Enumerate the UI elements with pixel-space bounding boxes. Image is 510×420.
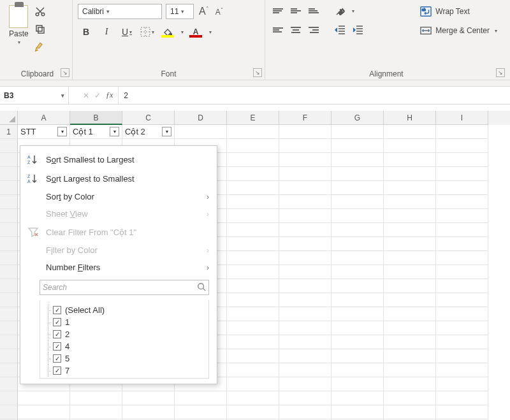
cell-empty[interactable] xyxy=(384,377,436,391)
col-header-H[interactable]: H xyxy=(384,111,436,125)
checkbox-icon[interactable]: ✓ xyxy=(53,366,61,375)
cell-empty[interactable] xyxy=(227,349,279,363)
cell-empty[interactable] xyxy=(436,181,488,195)
cell-empty[interactable] xyxy=(384,265,436,279)
cell-empty[interactable] xyxy=(384,349,436,363)
filter-item-2[interactable]: ✓ 2 xyxy=(44,328,205,340)
cell-empty[interactable] xyxy=(332,139,384,153)
cell-empty[interactable] xyxy=(279,265,332,279)
cancel-icon[interactable]: ✕ xyxy=(83,91,89,100)
cell-empty[interactable] xyxy=(332,195,384,209)
row-header-19[interactable] xyxy=(0,377,18,391)
row-header-16[interactable] xyxy=(0,335,18,349)
row-header-2[interactable] xyxy=(0,139,18,153)
font-launcher[interactable]: ↘ xyxy=(253,68,262,77)
cell-empty[interactable] xyxy=(279,251,332,265)
row-header-20[interactable] xyxy=(0,391,18,405)
row-header-5[interactable] xyxy=(0,181,18,195)
cell-empty[interactable] xyxy=(227,139,279,153)
row-header-3[interactable] xyxy=(0,153,18,167)
cell-C1[interactable]: Cột 2 ▾ xyxy=(122,125,175,139)
row-header-7[interactable] xyxy=(0,209,18,223)
chevron-down-icon[interactable]: ▾ xyxy=(181,29,184,35)
cell-empty[interactable] xyxy=(332,153,384,167)
row-header-8[interactable] xyxy=(0,223,18,237)
col-header-A[interactable]: A xyxy=(18,111,70,125)
cell-empty[interactable] xyxy=(279,279,332,293)
cell-empty[interactable] xyxy=(279,209,332,223)
cell-empty[interactable] xyxy=(436,223,488,237)
align-left-button[interactable] xyxy=(270,23,286,37)
cell-A1[interactable]: STT ▾ xyxy=(18,125,70,139)
cell-empty[interactable] xyxy=(227,279,279,293)
cell-empty[interactable] xyxy=(175,405,227,419)
cut-button[interactable] xyxy=(34,5,47,18)
copy-button[interactable] xyxy=(34,23,47,36)
cell-D1[interactable] xyxy=(175,125,227,139)
cell-empty[interactable] xyxy=(279,237,332,251)
increase-indent-button[interactable] xyxy=(351,23,366,37)
cell-empty[interactable] xyxy=(332,209,384,223)
cell-B1[interactable]: Cột 1 ▾ xyxy=(70,125,122,139)
cell-empty[interactable] xyxy=(384,251,436,265)
cell-empty[interactable] xyxy=(384,321,436,335)
font-size-combo[interactable]: 11 ▾ xyxy=(166,4,194,19)
cell-empty[interactable] xyxy=(227,321,279,335)
filter-item-5[interactable]: ✓ 5 xyxy=(44,352,205,365)
cell-G1[interactable] xyxy=(332,125,384,139)
filter-search-input[interactable]: Search xyxy=(40,280,209,295)
cell-I1[interactable] xyxy=(436,125,488,139)
cell-empty[interactable] xyxy=(332,293,384,307)
col-header-C[interactable]: C xyxy=(122,111,175,125)
decrease-indent-button[interactable] xyxy=(333,23,348,37)
cell-empty[interactable] xyxy=(436,209,488,223)
orientation-button[interactable]: ab xyxy=(333,4,348,18)
filter-item-7[interactable]: ✓ 7 xyxy=(44,365,205,377)
cell-empty[interactable] xyxy=(70,391,122,405)
name-box[interactable]: B3 ▾ xyxy=(0,87,69,104)
cell-empty[interactable] xyxy=(436,279,488,293)
select-all-corner[interactable] xyxy=(0,111,18,125)
clipboard-launcher[interactable]: ↘ xyxy=(61,68,69,77)
cell-empty[interactable] xyxy=(227,405,279,419)
merge-center-button[interactable]: Merge & Center ▾ xyxy=(415,23,502,38)
cell-empty[interactable] xyxy=(436,349,488,363)
col-header-I[interactable]: I xyxy=(436,111,488,125)
cell-empty[interactable] xyxy=(384,153,436,167)
menu-sort-desc[interactable]: Z A Sort Largest to Smallest xyxy=(20,169,217,188)
cell-empty[interactable] xyxy=(227,265,279,279)
filter-dropdown-B[interactable]: ▾ xyxy=(110,127,119,136)
enter-icon[interactable]: ✓ xyxy=(94,91,101,100)
cell-empty[interactable] xyxy=(279,307,332,321)
paste-button[interactable]: Paste ▾ xyxy=(8,4,30,47)
cell-empty[interactable] xyxy=(436,139,488,153)
bold-button[interactable]: B xyxy=(78,24,94,40)
cell-empty[interactable] xyxy=(279,335,332,349)
fx-icon[interactable]: ƒx xyxy=(106,91,113,100)
cell-empty[interactable] xyxy=(332,307,384,321)
chevron-down-icon[interactable]: ▾ xyxy=(352,8,354,14)
cell-empty[interactable] xyxy=(279,223,332,237)
cell-empty[interactable] xyxy=(227,377,279,391)
cell-empty[interactable] xyxy=(279,391,332,405)
cell-empty[interactable] xyxy=(227,181,279,195)
cell-empty[interactable] xyxy=(227,363,279,377)
row-header-9[interactable] xyxy=(0,237,18,251)
cell-empty[interactable] xyxy=(279,321,332,335)
cell-empty[interactable] xyxy=(332,237,384,251)
cell-empty[interactable] xyxy=(279,153,332,167)
cell-empty[interactable] xyxy=(332,321,384,335)
align-top-button[interactable] xyxy=(270,4,286,18)
cell-empty[interactable] xyxy=(436,307,488,321)
cell-empty[interactable] xyxy=(279,363,332,377)
cell-empty[interactable] xyxy=(436,167,488,181)
filter-item-4[interactable]: ✓ 4 xyxy=(44,340,205,352)
chevron-down-icon[interactable]: ▾ xyxy=(209,29,212,35)
cell-empty[interactable] xyxy=(436,265,488,279)
cell-empty[interactable] xyxy=(227,223,279,237)
align-right-button[interactable] xyxy=(306,23,321,37)
cell-empty[interactable] xyxy=(227,167,279,181)
cell-empty[interactable] xyxy=(384,279,436,293)
cell-empty[interactable] xyxy=(227,293,279,307)
cell-empty[interactable] xyxy=(332,181,384,195)
